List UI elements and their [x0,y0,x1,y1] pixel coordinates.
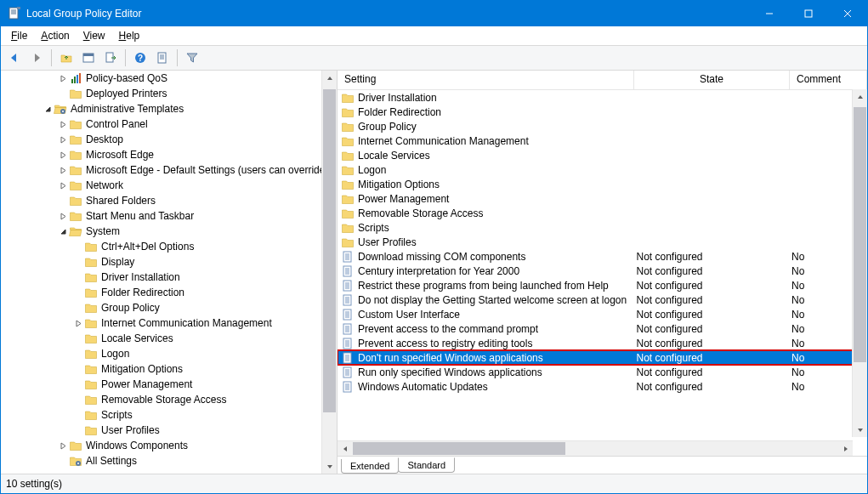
list-row[interactable]: Group Policy [338,119,853,133]
tree-item[interactable]: Driver Installation [1,270,337,285]
list-row[interactable]: Do not display the Getting Started welco… [338,292,853,307]
list-row[interactable]: Mitigation Options [338,177,853,191]
expand-icon[interactable] [57,75,69,82]
maximize-button[interactable] [789,1,828,26]
expand-icon[interactable] [57,213,69,220]
list-row[interactable]: User Profiles [338,235,853,249]
list-row[interactable]: Restrict these programs from being launc… [338,278,853,292]
tree-item[interactable]: Power Management [1,377,337,392]
tree-item-label: Policy-based QoS [86,72,167,84]
tree-item[interactable]: All Settings [1,453,337,468]
list-row[interactable]: Prevent access to the command promptNot … [338,321,853,336]
state-cell: Not configured [633,381,789,393]
list-body[interactable]: Driver InstallationFolder RedirectionGro… [338,90,853,440]
list-row[interactable]: Driver Installation [338,90,853,105]
tree-item[interactable]: Internet Communication Management [1,315,337,331]
scrollbar-up-button[interactable] [322,71,337,85]
tree-item[interactable]: Display [1,254,337,270]
list-row[interactable]: Locale Services [338,148,853,162]
expand-icon[interactable] [57,151,69,159]
toolbar-back-button[interactable] [4,48,25,68]
expand-icon[interactable] [57,136,69,144]
column-header-setting[interactable]: Setting [338,71,634,89]
tree-item[interactable]: Mitigation Options [1,361,337,377]
column-header-state[interactable]: State [634,71,790,89]
list-hscrollbar[interactable] [338,440,853,456]
collapse-icon[interactable] [42,105,54,113]
tree-item[interactable]: Microsoft Edge - Default Settings (users… [1,162,337,178]
expand-icon[interactable] [57,121,69,128]
list-row[interactable]: Removable Storage Access [338,206,853,220]
list-row[interactable]: Century interpretation for Year 2000Not … [338,264,853,278]
expand-icon[interactable] [57,167,69,174]
tree-item[interactable]: Deployed Printers [1,86,337,101]
minimize-button[interactable] [750,1,789,26]
scrollbar-right-button[interactable] [838,441,853,456]
tree-item[interactable]: User Profiles [1,423,337,438]
list-row[interactable]: Windows Automatic UpdatesNot configuredN… [338,379,853,394]
menu-help[interactable]: Help [112,28,147,43]
column-header-comment[interactable]: Comment [790,71,867,89]
menu-file[interactable]: File [4,28,34,43]
expand-icon[interactable] [57,182,69,190]
toolbar-properties-button[interactable] [78,48,99,68]
tab-strip: Extended Standard [338,456,867,474]
menu-action[interactable]: Action [34,28,76,43]
toolbar-filter-button[interactable] [182,48,202,68]
toolbar-help-button[interactable]: ? [130,48,150,68]
tree-item[interactable]: Microsoft Edge [1,147,337,162]
tree-view[interactable]: Policy-based QoSDeployed PrintersAdminis… [1,71,337,474]
scrollbar-down-button[interactable] [322,459,337,474]
scrollbar-thumb[interactable] [353,442,565,455]
scrollbar-down-button[interactable] [853,423,867,437]
tree-item[interactable]: Locale Services [1,331,337,346]
tree-item[interactable]: Removable Storage Access [1,392,337,407]
tree-item[interactable]: Scripts [1,407,337,423]
toolbar-export-button[interactable] [100,48,121,68]
tab-extended[interactable]: Extended [341,459,399,474]
tree-item-label: Administrative Templates [71,103,184,115]
list-row[interactable]: Prevent access to registry editing tools… [338,336,853,350]
list-vscrollbar[interactable] [852,89,867,437]
scrollbar-thumb[interactable] [854,107,866,362]
tree-item[interactable]: System [1,224,337,239]
list-row[interactable]: Internet Communication Management [338,133,853,148]
scrollbar-thumb[interactable] [323,89,336,412]
expand-icon[interactable] [72,320,84,327]
tree-item[interactable]: Windows Components [1,438,337,453]
close-button[interactable] [828,1,867,26]
scrollbar-up-button[interactable] [853,89,867,104]
tree-item[interactable]: Logon [1,346,337,361]
tab-standard[interactable]: Standard [398,457,455,473]
list-row[interactable]: Scripts [338,220,853,235]
tree-item[interactable]: Shared Folders [1,193,337,208]
menu-view[interactable]: View [77,28,112,43]
tree-item[interactable]: Ctrl+Alt+Del Options [1,239,337,254]
tree-item[interactable]: Network [1,178,337,193]
tree-item[interactable]: Start Menu and Taskbar [1,208,337,224]
tree-item[interactable]: Folder Redirection [1,285,337,300]
list-row[interactable]: Download missing COM componentsNot confi… [338,249,853,264]
expand-icon[interactable] [57,442,69,450]
list-row[interactable]: Folder Redirection [338,105,853,119]
scrollbar-track[interactable] [853,104,867,423]
toolbar-setting-button[interactable] [152,48,173,68]
collapse-icon[interactable] [57,228,69,236]
tree-item[interactable]: Administrative Templates [1,101,337,116]
tree-item[interactable]: Desktop [1,132,337,147]
tree-item[interactable]: Policy-based QoS [1,71,337,86]
toolbar-forward-button[interactable] [26,48,47,68]
tree-scrollbar[interactable] [321,71,337,474]
comment-cell: No [788,338,853,349]
tree-item[interactable]: Control Panel [1,116,337,132]
list-row[interactable]: Logon [338,162,853,177]
toolbar-up-button[interactable] [56,48,77,68]
list-row[interactable]: Run only specified Windows applicationsN… [338,365,853,379]
list-row[interactable]: Power Management [338,191,853,206]
tree-item[interactable]: Group Policy [1,300,337,315]
list-row[interactable]: Custom User InterfaceNot configuredNo [338,307,853,321]
scrollbar-left-button[interactable] [338,441,352,456]
scrollbar-track[interactable] [322,85,337,459]
list-row[interactable]: Don't run specified Windows applications… [338,350,853,365]
policy-icon [341,264,355,278]
